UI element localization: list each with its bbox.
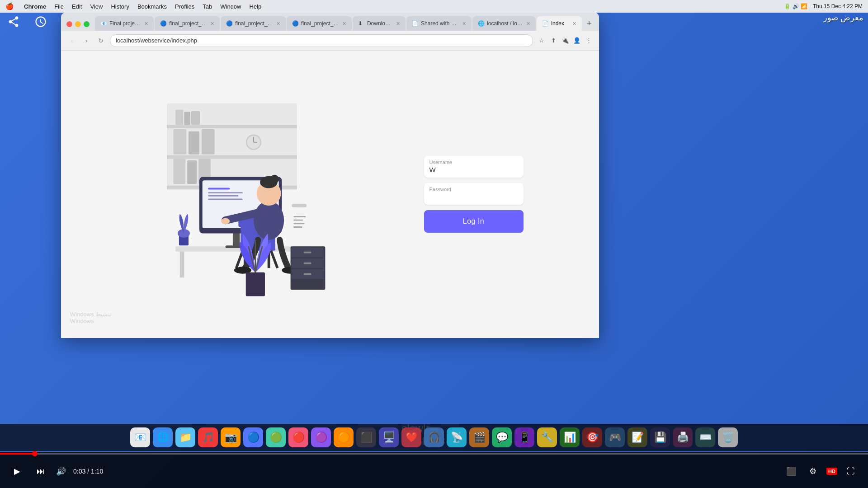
tab-1-close[interactable]: ✕	[144, 21, 148, 27]
clock-icon[interactable]	[32, 13, 50, 31]
dock-icon-app6[interactable]: ⬛	[356, 427, 376, 447]
tab-4[interactable]: 🔵 final_project_v... ✕	[287, 16, 352, 31]
new-tab-button[interactable]: +	[583, 17, 595, 30]
dock-icon-app21[interactable]: ⌨️	[695, 427, 715, 447]
tab-5-close[interactable]: ✕	[396, 21, 400, 27]
svg-rect-47	[293, 220, 303, 221]
play-button[interactable]: ▶	[9, 463, 25, 479]
dock-icon-app17[interactable]: 🎮	[605, 427, 625, 447]
dock-icon-app10[interactable]: 📡	[447, 427, 467, 447]
minimize-button[interactable]	[75, 21, 81, 27]
fullscreen-button[interactable]: ⛶	[843, 463, 859, 479]
bookmark-icon[interactable]: ☆	[537, 36, 547, 46]
video-controls: ▶ ⏭ 🔊 0:03 / 1:10 ⬛ ⚙ HD ⛶	[0, 452, 868, 488]
tab-4-close[interactable]: ✕	[342, 21, 346, 27]
menubar-right: 🔋 🔊 📶 Thu 15 Dec 4:22 PM	[784, 3, 863, 9]
dock-icon-app11[interactable]: 🎬	[469, 427, 489, 447]
svg-point-35	[254, 201, 284, 239]
dock-icon-mail[interactable]: 📧	[130, 427, 150, 447]
share-addr-icon[interactable]: ⬆	[548, 36, 558, 46]
tab-6[interactable]: 📄 Shared with m... ✕	[406, 16, 472, 31]
window-controls	[65, 21, 94, 31]
menu-help[interactable]: Help	[250, 3, 262, 10]
menu-tab[interactable]: Tab	[203, 3, 212, 10]
dock-icon-app7[interactable]: 🖥️	[379, 427, 399, 447]
settings-button[interactable]: ⚙	[805, 463, 821, 479]
extension-icon[interactable]: 🔌	[560, 36, 570, 46]
dock-icon-app14[interactable]: 🔧	[537, 427, 557, 447]
menu-view[interactable]: View	[90, 3, 103, 10]
menu-window[interactable]: Window	[220, 3, 241, 10]
url-text: localhost/webservice/index.php	[116, 37, 197, 44]
tab-3[interactable]: 🔵 final_project_v... ✕	[221, 16, 286, 31]
dock-icon-app9[interactable]: 🎧	[424, 427, 444, 447]
volume-button[interactable]: 🔊	[56, 466, 66, 476]
svg-point-38	[270, 175, 278, 183]
dock-icon-app5[interactable]: 🟠	[334, 427, 354, 447]
tab-7-close[interactable]: ✕	[526, 21, 530, 27]
dock-icon-app16[interactable]: 🎯	[582, 427, 602, 447]
dock-icon-app19[interactable]: 💾	[650, 427, 670, 447]
right-controls: ⬛ ⚙ HD ⛶	[783, 463, 859, 479]
tab-2-close[interactable]: ✕	[210, 21, 214, 27]
tab-8-active[interactable]: 📄 index ✕	[537, 16, 582, 31]
address-bar: ‹ › ↻ localhost/webservice/index.php ☆ ⬆…	[61, 31, 599, 51]
progress-bar[interactable]	[0, 453, 868, 455]
dock-icon-app12[interactable]: 💬	[492, 427, 512, 447]
close-button[interactable]	[66, 21, 72, 27]
dock-icon-app8[interactable]: ❤️	[401, 427, 421, 447]
tab-1[interactable]: 📧 Final project - ✕	[95, 16, 154, 31]
tab-8-close[interactable]: ✕	[572, 21, 576, 27]
dock-icon-app2[interactable]: 🟢	[266, 427, 286, 447]
tab-7[interactable]: 🌐 localhost / loc... ✕	[472, 16, 536, 31]
menu-file[interactable]: File	[54, 3, 64, 10]
dock-icon-safari[interactable]: 🌐	[153, 427, 173, 447]
tab-6-close[interactable]: ✕	[462, 21, 466, 27]
login-page: Username Password Log In Windows تنشيط W…	[61, 51, 599, 338]
share-icon[interactable]	[5, 13, 23, 31]
password-label: Password	[429, 187, 518, 192]
login-button[interactable]: Log In	[424, 210, 524, 233]
dock-icon-music[interactable]: 🎵	[198, 427, 218, 447]
dock-icon-app15[interactable]: 📊	[560, 427, 580, 447]
dock-icon-app4[interactable]: 🟣	[311, 427, 331, 447]
menu-edit[interactable]: Edit	[72, 3, 82, 10]
dock-icon-trash[interactable]: 🗑️	[718, 427, 738, 447]
dock-icon-app3[interactable]: 🔴	[288, 427, 308, 447]
menu-history[interactable]: History	[111, 3, 129, 10]
menu-chrome[interactable]: Chrome	[24, 3, 46, 10]
tab-7-favicon: 🌐	[478, 20, 484, 27]
skip-button[interactable]: ⏭	[33, 463, 49, 479]
tab-8-label: index	[551, 20, 570, 27]
tab-5[interactable]: ⬇ Downloads ✕	[353, 16, 406, 31]
dock-icon-photos[interactable]: 📷	[221, 427, 241, 447]
menu-profiles[interactable]: Profiles	[175, 3, 194, 10]
svg-rect-57	[245, 272, 264, 296]
svg-rect-5	[184, 112, 190, 125]
tab-2[interactable]: 🔵 final_project_v... ✕	[155, 16, 220, 31]
dock-icon-app18[interactable]: 📝	[627, 427, 647, 447]
dock-icon-app20[interactable]: 🖨️	[673, 427, 693, 447]
profile-icon[interactable]: 👤	[572, 36, 582, 46]
menu-bookmarks[interactable]: Bookmarks	[137, 3, 167, 10]
forward-button[interactable]: ›	[81, 35, 92, 46]
username-input[interactable]	[429, 166, 518, 174]
dock-icon-app1[interactable]: 🔵	[243, 427, 263, 447]
svg-rect-7	[173, 129, 186, 155]
dock-icon-app13[interactable]: 📱	[514, 427, 534, 447]
reload-button[interactable]: ↻	[95, 35, 106, 46]
back-button[interactable]: ‹	[66, 35, 77, 46]
more-icon[interactable]: ⋮	[584, 36, 594, 46]
maximize-button[interactable]	[84, 21, 90, 27]
browser-window: 📧 Final project - ✕ 🔵 final_project_v...…	[61, 13, 599, 338]
url-bar[interactable]: localhost/webservice/index.php	[110, 34, 533, 47]
dock-icon-finder[interactable]: 📁	[175, 427, 195, 447]
dock: 📧 🌐 📁 🎵 📷 🔵 🟢 🔴 🟣 🟠 ⬛ 🖥️ ❤️ 🎧 📡 🎬 💬 📱 🔧 …	[0, 424, 868, 451]
tab-3-close[interactable]: ✕	[276, 21, 280, 27]
password-input[interactable]	[429, 193, 518, 201]
apple-logo[interactable]: 🍎	[5, 2, 14, 10]
tab-3-favicon: 🔵	[226, 20, 232, 27]
login-form: Username Password Log In	[424, 156, 524, 233]
captions-button[interactable]: ⬛	[783, 463, 799, 479]
svg-rect-9	[201, 129, 214, 155]
